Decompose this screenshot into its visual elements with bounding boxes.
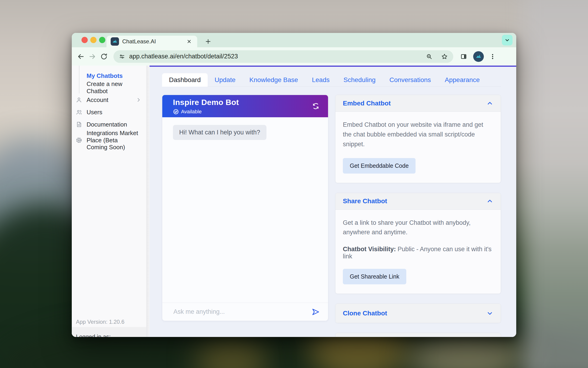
chevron-up-icon: [486, 100, 493, 107]
person-icon: [76, 97, 82, 103]
tab-search-chevron-button[interactable]: [502, 35, 513, 46]
tab-update[interactable]: Update: [208, 73, 242, 86]
close-window-button[interactable]: [81, 37, 88, 43]
gear-icon: [76, 137, 82, 143]
chevron-down-icon: [486, 310, 493, 317]
back-icon[interactable]: [75, 51, 87, 62]
browser-tab[interactable]: ChatLease.AI: [106, 36, 197, 47]
chatbot-header: Inspire Demo Bot Available: [162, 95, 328, 117]
profile-avatar[interactable]: [473, 51, 484, 62]
page-content: My Chatbots Create a new Chatbot Account…: [72, 65, 516, 337]
sidebar-item-documentation[interactable]: Documentation: [72, 119, 146, 129]
forward-icon[interactable]: [87, 51, 98, 62]
share-chatbot-header[interactable]: Share Chatbot: [335, 193, 501, 210]
chevron-right-icon: [136, 97, 142, 103]
embed-chatbot-section: Embed Chatbot Embed Chatbot on your webs…: [335, 95, 501, 183]
sidebar-item-account[interactable]: Account: [72, 95, 146, 105]
get-embeddable-code-button[interactable]: Get Embeddable Code: [343, 158, 415, 174]
check-circle-icon: [173, 109, 179, 115]
tab-knowledge-base[interactable]: Knowledge Base: [242, 73, 305, 86]
tab-scheduling[interactable]: Scheduling: [337, 73, 383, 86]
chatbot-detail-tabs: Dashboard Update Knowledge Base Leads Sc…: [162, 73, 501, 87]
new-tab-button[interactable]: [203, 36, 213, 47]
send-icon[interactable]: [311, 308, 320, 316]
tab-title: ChatLease.AI: [122, 38, 185, 45]
tab-conversations[interactable]: Conversations: [382, 73, 438, 86]
site-settings-icon[interactable]: [119, 54, 125, 60]
sidebar-item-create-chatbot[interactable]: Create a new Chatbot: [72, 83, 146, 93]
chatbot-visibility-line: Chatbot Visibility: Public - Anyone can …: [343, 246, 493, 260]
share-chatbot-section: Share Chatbot Get a link to share your C…: [335, 193, 501, 294]
chat-input-row: [162, 303, 328, 321]
document-icon: [76, 121, 82, 128]
refresh-chat-icon[interactable]: [312, 102, 320, 110]
zoom-out-icon[interactable]: [426, 53, 432, 60]
chatlease-favicon: [111, 37, 119, 46]
clone-chatbot-header[interactable]: Clone Chatbot: [335, 304, 501, 323]
bot-message-bubble: Hi! What can I help you with?: [173, 125, 266, 140]
users-icon: [76, 109, 82, 115]
url-text: app.chatlease.ai/en/chatbot/detail/2523: [129, 53, 417, 60]
chevron-up-icon: [486, 198, 493, 205]
reload-icon[interactable]: [98, 51, 110, 62]
chatbot-preview-card: Inspire Demo Bot Available Hi! What can …: [162, 95, 328, 321]
chatbot-uuid-header[interactable]: Chatbot UUID: [335, 333, 501, 337]
status-badge: Available: [173, 109, 312, 115]
maximize-window-button[interactable]: [99, 37, 105, 43]
embed-chatbot-header[interactable]: Embed Chatbot: [335, 95, 501, 112]
app-sidebar: My Chatbots Create a new Chatbot Account…: [72, 65, 146, 337]
sidebar-item-integrations[interactable]: Integrations Market Place (Beta Coming S…: [72, 131, 146, 149]
sidebar-scrollbar-gutter[interactable]: [146, 65, 149, 337]
sidebar-footer: Logged in as:: [72, 327, 146, 337]
chatbot-actions-column: Embed Chatbot Embed Chatbot on your webs…: [335, 95, 501, 337]
tab-appearance[interactable]: Appearance: [438, 73, 487, 86]
chatbot-uuid-section: Chatbot UUID: [335, 333, 501, 337]
address-bar[interactable]: app.chatlease.ai/en/chatbot/detail/2523: [114, 50, 453, 63]
tab-leads[interactable]: Leads: [305, 73, 336, 86]
sidebar-item-users[interactable]: Users: [72, 107, 146, 117]
wallpaper-right-band: [523, 0, 588, 368]
share-description: Get a link to share your Chatbot with an…: [343, 218, 493, 238]
minimize-window-button[interactable]: [90, 37, 97, 43]
get-shareable-link-button[interactable]: Get Shareable Link: [343, 269, 406, 284]
app-version-label: App Version: 1.20.6: [76, 319, 124, 325]
page-top-accent-line: [146, 65, 516, 67]
browser-menu-icon[interactable]: [489, 53, 496, 60]
tab-close-icon[interactable]: [185, 37, 193, 46]
chat-message-area: Hi! What can I help you with?: [162, 117, 328, 303]
clone-chatbot-section: Clone Chatbot: [335, 304, 501, 323]
bot-name: Inspire Demo Bot: [173, 98, 312, 107]
chat-input[interactable]: [173, 308, 307, 316]
embed-description: Embed Chatbot on your website via iframe…: [343, 120, 493, 149]
browser-tab-strip: ChatLease.AI: [72, 33, 516, 47]
bookmark-star-icon[interactable]: [441, 53, 448, 60]
status-text: Available: [181, 109, 202, 115]
split-view-icon[interactable]: [460, 53, 467, 60]
browser-window: ChatLease.AI app.chatlease.ai/en/chatbot: [72, 33, 516, 337]
browser-toolbar: app.chatlease.ai/en/chatbot/detail/2523: [72, 47, 516, 65]
sidebar-item-my-chatbots[interactable]: My Chatbots: [72, 71, 146, 81]
tab-dashboard[interactable]: Dashboard: [162, 73, 208, 87]
logged-in-as-label: Logged in as:: [76, 333, 111, 337]
